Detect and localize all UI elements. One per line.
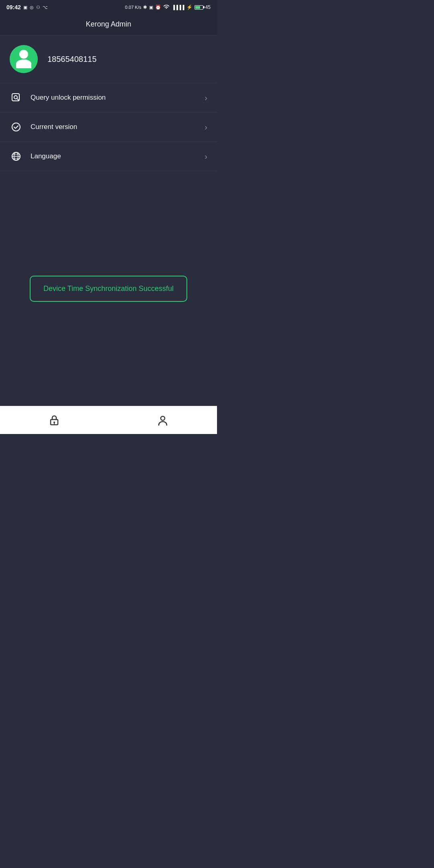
check-circle-icon — [10, 121, 23, 133]
language-label: Language — [31, 152, 197, 160]
bluetooth-icon: ✱ — [143, 4, 147, 10]
query-unlock-label: Query unlock permission — [31, 94, 197, 102]
menu-list: Query unlock permission › Current versio… — [0, 83, 217, 171]
search-icon — [10, 92, 23, 103]
alarm-icon: ⏰ — [155, 4, 161, 10]
status-time: 09:42 — [6, 4, 21, 10]
sim-icon: ▣ — [149, 5, 153, 10]
status-left: 09:42 ▣ ◎ ⚇ ⌥ — [6, 4, 48, 10]
svg-point-3 — [12, 123, 20, 131]
current-version-label: Current version — [31, 123, 197, 131]
menu-item-current-version[interactable]: Current version › — [0, 113, 217, 142]
activity-icon: ◎ — [30, 5, 34, 10]
svg-line-2 — [17, 98, 18, 100]
avatar-body — [16, 59, 31, 68]
bottom-nav — [0, 406, 217, 434]
charging-icon: ⚡ — [186, 4, 192, 10]
status-right: 0.07 K/s ✱ ▣ ⏰ ▐▐▐▐ ⚡ 45 — [125, 4, 211, 10]
app-header: Kerong Admin — [0, 14, 217, 35]
sync-toast-message: Device Time Synchronization Successful — [43, 285, 174, 293]
avatar-head — [19, 50, 28, 59]
current-version-chevron: › — [205, 123, 207, 132]
query-unlock-chevron: › — [205, 93, 207, 102]
globe-icon — [10, 151, 23, 162]
menu-item-query-unlock[interactable]: Query unlock permission › — [0, 83, 217, 113]
profile-section: 18565408115 — [0, 35, 217, 83]
wifi-icon — [163, 4, 170, 10]
lock-icon — [48, 414, 61, 427]
menu-item-language[interactable]: Language › — [0, 142, 217, 171]
nav-item-lock[interactable] — [0, 406, 108, 434]
language-chevron: › — [205, 152, 207, 161]
avatar — [10, 45, 38, 73]
user-plus-icon: ⚇ — [36, 5, 40, 10]
battery-level: 45 — [205, 4, 211, 10]
nav-item-profile[interactable] — [108, 406, 217, 434]
main-content: Device Time Synchronization Successful — [0, 171, 217, 406]
network-speed: 0.07 K/s — [125, 5, 141, 10]
status-bar: 09:42 ▣ ◎ ⚇ ⌥ 0.07 K/s ✱ ▣ ⏰ ▐▐▐▐ ⚡ 45 — [0, 0, 217, 14]
person-icon — [156, 414, 169, 427]
avatar-icon — [16, 50, 31, 68]
svg-point-12 — [161, 416, 165, 420]
battery-icon — [194, 5, 203, 10]
tiktok-icon: ▣ — [23, 5, 27, 10]
app-title: Kerong Admin — [86, 20, 131, 28]
usb-icon: ⌥ — [43, 5, 48, 10]
sync-toast: Device Time Synchronization Successful — [30, 276, 187, 302]
profile-phone: 18565408115 — [47, 55, 96, 64]
signal-icon: ▐▐▐▐ — [172, 5, 184, 10]
